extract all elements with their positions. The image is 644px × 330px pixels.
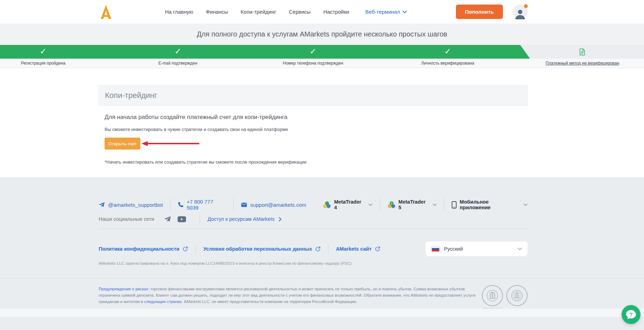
metatrader-icon: $ <box>323 201 331 209</box>
chevron-down-icon <box>403 11 407 13</box>
regulator-badges: VERIFY MY TRADE <box>482 285 527 306</box>
telegram-icon <box>99 202 105 207</box>
chevron-down-icon <box>518 248 522 250</box>
personal-data-terms-label: Условия обработки персональных данных <box>203 246 312 252</box>
metatrader-icon: $ <box>387 201 396 209</box>
metatrader5-label: MetaTrader 5 <box>398 199 430 210</box>
card-description: Вы сможете инвестировать в чужие стратег… <box>105 127 527 132</box>
amarkets-site-link[interactable]: AMarkets сайт <box>336 246 380 252</box>
main-nav: На главную Финансы Копи-трейдинг Сервисы… <box>165 9 349 15</box>
chevron-down-icon <box>433 204 437 206</box>
step-label-identity: Личность верифицирована <box>421 61 474 66</box>
check-icon: ✓ <box>40 47 46 55</box>
red-pointer-arrow <box>141 141 199 146</box>
phone-link[interactable]: +7 800 777 5039 <box>178 199 226 211</box>
deposit-button[interactable]: Пополнить <box>456 5 503 19</box>
contacts-row: @amarkets_supportbot +7 800 777 5039 sup… <box>99 177 527 211</box>
svg-text:?: ? <box>629 311 632 317</box>
copy-trading-card: Копи-трейдинг Для начала работы создайте… <box>99 68 527 165</box>
card-subtitle: Для начала работы создайте платежный сче… <box>105 114 527 121</box>
nav-finance[interactable]: Финансы <box>206 9 228 15</box>
email-address: support@amarkets.com <box>250 202 306 208</box>
restricted-countries-link[interactable]: следующих странах <box>144 299 182 304</box>
personal-data-terms-link[interactable]: Условия обработки персональных данных <box>203 246 321 252</box>
phone-number: +7 800 777 5039 <box>187 199 226 211</box>
metatrader4-dropdown[interactable]: $ MetaTrader 4 <box>323 199 372 210</box>
top-navigation-bar: На главную Финансы Копи-трейдинг Сервисы… <box>0 0 644 24</box>
nav-web-terminal[interactable]: Веб-терминал <box>365 9 407 15</box>
support-chat-button[interactable]: ? <box>622 305 640 324</box>
divider <box>380 198 380 211</box>
divider <box>328 244 328 254</box>
social-row: Наши социальные сети Доступ к ресурсам A… <box>99 214 527 224</box>
open-account-row: Открыть счет <box>105 138 527 150</box>
telegram-social-icon[interactable] <box>164 216 171 222</box>
privacy-policy-label: Политика конфиденциальности <box>99 246 179 252</box>
bottom-strip <box>0 309 644 317</box>
verification-step-labels: Регистрация пройдена E-mail подтвержден … <box>0 59 644 68</box>
chevron-down-icon <box>369 204 372 206</box>
resources-link[interactable]: Доступ к ресурсам AMarkets <box>207 216 281 222</box>
check-icon: ✓ <box>444 47 451 55</box>
russia-flag-icon <box>431 246 440 252</box>
divider <box>200 214 200 224</box>
telegram-support-link[interactable]: @amarkets_supportbot <box>99 202 163 208</box>
risk-warning-section: Предупреждение о рисках: торговля финанс… <box>0 278 644 317</box>
check-icon: ✓ <box>174 47 181 55</box>
external-link-icon <box>375 246 380 252</box>
divider <box>444 198 444 211</box>
nav-home[interactable]: На главную <box>165 9 193 15</box>
email-link[interactable]: support@amarkets.com <box>241 202 306 208</box>
step-label-email: E-mail подтвержден <box>158 61 197 66</box>
smartphone-icon <box>452 201 457 209</box>
step-label-payment-method[interactable]: Платежный метод не верифицирован <box>545 61 619 66</box>
divider <box>233 198 234 211</box>
arrow-head-icon <box>141 141 148 146</box>
chevron-down-icon <box>524 204 527 206</box>
main-content: Копи-трейдинг Для начала работы создайте… <box>0 68 644 177</box>
card-footnote: *Начать инвестировать или создавать стра… <box>105 159 527 165</box>
nav-settings[interactable]: Настройки <box>323 9 349 15</box>
legal-links-row: Политика конфиденциальности Условия обра… <box>99 242 527 256</box>
legal-links: Политика конфиденциальности Условия обра… <box>99 244 380 254</box>
onboarding-banner: Для полного доступа к услугам AMarkets п… <box>0 24 644 45</box>
metatrader5-dropdown[interactable]: $ MetaTrader 5 <box>387 199 437 210</box>
social-label: Наши социальные сети <box>99 216 154 222</box>
user-avatar[interactable] <box>513 5 527 19</box>
resources-link-label: Доступ к ресурсам AMarkets <box>207 216 274 222</box>
registration-legal-text: AMarkets LLC зарегистрирована на о. Кука… <box>99 261 527 265</box>
arrow-line <box>147 143 199 144</box>
svg-text:$: $ <box>391 202 392 204</box>
check-icon: ✓ <box>310 47 316 55</box>
open-account-button[interactable]: Открыть счет <box>105 138 140 150</box>
banner-text: Для полного доступа к услугам AMarkets п… <box>197 30 447 38</box>
metatrader4-label: MetaTrader 4 <box>334 199 365 210</box>
nav-services[interactable]: Сервисы <box>289 9 311 15</box>
financial-commission-seal-icon: VERIFY MY TRADE <box>482 285 503 306</box>
external-link-icon <box>182 246 188 252</box>
card-title: Копи-трейдинг <box>105 91 157 100</box>
risk-text-part2: . AMarkets LLC. не имеет представительст… <box>182 299 357 304</box>
svg-text:$: $ <box>325 205 326 207</box>
card-header: Копи-трейдинг <box>99 85 527 106</box>
risk-warning-link[interactable]: Предупреждение о рисках: <box>99 287 149 291</box>
divider <box>170 198 171 211</box>
external-link-icon <box>315 246 321 252</box>
divider <box>195 244 196 254</box>
nav-copy-trading[interactable]: Копи-трейдинг <box>241 9 276 15</box>
chevron-right-icon <box>279 217 281 222</box>
mobile-app-dropdown[interactable]: Мобильное приложение <box>452 199 527 210</box>
privacy-policy-link[interactable]: Политика конфиденциальности <box>99 246 188 252</box>
language-selector[interactable]: Русский <box>426 242 527 256</box>
regulator-seal-icon <box>506 285 527 306</box>
amarkets-site-label: AMarkets сайт <box>336 246 372 252</box>
person-icon <box>514 8 526 19</box>
youtube-social-icon[interactable] <box>178 216 186 222</box>
language-value: Русский <box>444 246 518 252</box>
page-footer: @amarkets_supportbot +7 800 777 5039 sup… <box>0 177 644 330</box>
step-label-phone: Номер телефона подтвержден <box>283 61 343 66</box>
web-terminal-label: Веб-терминал <box>365 9 400 15</box>
verification-progress-bar: ✓ ✓ ✓ ✓ <box>0 45 644 59</box>
phone-icon <box>178 202 184 207</box>
amarkets-logo-icon[interactable] <box>100 5 112 19</box>
